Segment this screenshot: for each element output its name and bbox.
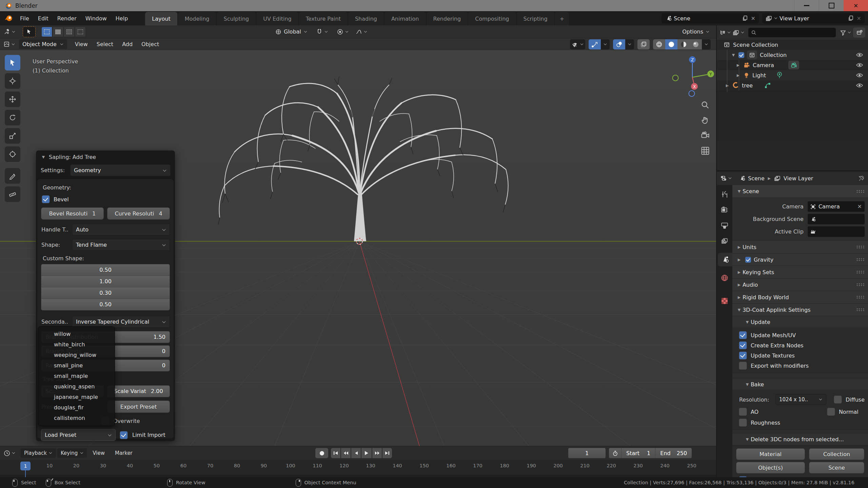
menu-item-callistemon[interactable]: callistemon: [38, 413, 115, 423]
tab-rendering[interactable]: Rendering: [427, 12, 468, 25]
ao-checkbox[interactable]: [739, 408, 747, 415]
menu-help[interactable]: Help: [111, 15, 132, 22]
expand-triangle-icon[interactable]: ▶: [725, 83, 730, 88]
select-mode-invert-button[interactable]: [75, 27, 85, 37]
object-visibility-dropdown[interactable]: [570, 39, 585, 49]
shading-solid-button[interactable]: [665, 39, 677, 49]
delete-objects-button[interactable]: Object(s): [736, 462, 805, 473]
menu-item-willow[interactable]: willow: [38, 329, 115, 339]
tab-sculpting[interactable]: Sculpting: [217, 12, 256, 25]
tab-view-layer-icon[interactable]: [721, 237, 729, 245]
drag-dots-icon[interactable]: [856, 190, 865, 193]
jump-to-end-button[interactable]: [382, 448, 392, 458]
playhead[interactable]: 1: [20, 462, 31, 470]
select-mode-subtract-button[interactable]: [64, 27, 74, 37]
limit-import-checkbox[interactable]: [120, 431, 127, 439]
audio-section-header[interactable]: ▶ Audio: [732, 279, 868, 291]
drag-dots-icon[interactable]: [856, 283, 865, 286]
remove-view-layer-icon[interactable]: ✕: [857, 15, 861, 22]
duplicate-scene-icon[interactable]: [742, 15, 748, 21]
proportional-editing-icon[interactable]: [337, 28, 343, 35]
new-collection-button[interactable]: [853, 27, 865, 38]
shading-dropdown[interactable]: [702, 39, 711, 49]
chevron-down-icon[interactable]: [324, 30, 328, 34]
menu-render[interactable]: Render: [53, 15, 81, 22]
end-frame-field[interactable]: End250: [655, 448, 692, 458]
viewport-menu-view[interactable]: View: [71, 41, 92, 47]
overlays-dropdown[interactable]: [625, 39, 634, 49]
tool-rotate[interactable]: [5, 110, 20, 125]
prev-keyframe-button[interactable]: [341, 448, 351, 458]
menu-item-small-pine[interactable]: small_pine: [38, 360, 115, 371]
units-section-header[interactable]: ▶ Units: [732, 241, 868, 253]
tool-move[interactable]: [5, 92, 20, 107]
next-keyframe-button[interactable]: [372, 448, 382, 458]
jump-to-start-button[interactable]: [331, 448, 340, 458]
delete-3dc-subsection-header[interactable]: ▼ Delete 3DC nodes from selected...: [732, 433, 868, 445]
custom-shape-field-0[interactable]: 0.50: [41, 264, 170, 276]
rigid-body-section-header[interactable]: ▶ Rigid Body World: [732, 291, 868, 304]
xray-toggle[interactable]: [637, 39, 650, 49]
bake-subsection-header[interactable]: ▼ Bake: [732, 378, 868, 390]
tab-scene-active[interactable]: [718, 253, 733, 266]
menu-edit[interactable]: Edit: [34, 15, 53, 22]
outliner-search-input[interactable]: [748, 28, 836, 37]
tab-output-icon[interactable]: [721, 222, 729, 230]
chevron-down-icon[interactable]: [345, 30, 349, 34]
outliner-row-tree[interactable]: ▶ tree: [717, 80, 868, 90]
timeline-marker-menu[interactable]: Marker: [111, 450, 137, 456]
breadcrumb-view-layer[interactable]: View Layer: [784, 175, 813, 182]
view-layer-selector[interactable]: View Layer ✕: [762, 13, 865, 23]
active-clip-field[interactable]: [808, 226, 865, 237]
tab-compositing[interactable]: Compositing: [468, 12, 516, 25]
snap-magnet-icon[interactable]: [316, 28, 323, 35]
delete-collection-button[interactable]: Collection: [809, 449, 864, 460]
scene-selector[interactable]: Scene ✕: [662, 13, 759, 23]
diffuse-checkbox[interactable]: [834, 396, 842, 403]
current-frame-field[interactable]: 1: [568, 448, 606, 458]
eye-visible-icon[interactable]: [856, 62, 863, 68]
resolution-dropdown[interactable]: 1024 x 10..: [776, 394, 826, 405]
drag-dots-icon[interactable]: [856, 245, 865, 249]
transform-orientation-dropdown[interactable]: Global: [275, 28, 307, 35]
camera-field[interactable]: Camera ✕: [808, 201, 865, 212]
roughness-checkbox[interactable]: [739, 419, 747, 426]
curve-resolution-field[interactable]: Curve Resoluti 4: [107, 208, 170, 219]
update-textures-checkbox[interactable]: [739, 352, 747, 359]
tab-texture-paint[interactable]: Texture Paint: [299, 12, 348, 25]
maximize-button[interactable]: [819, 0, 844, 11]
menu-file[interactable]: File: [16, 15, 34, 22]
properties-editor-selector[interactable]: [720, 175, 732, 182]
use-preview-range-button[interactable]: [609, 448, 622, 458]
tab-uv-editing[interactable]: UV Editing: [256, 12, 298, 25]
delete-scene-button[interactable]: Scene: [809, 462, 864, 473]
tab-animation[interactable]: Animation: [384, 12, 426, 25]
playback-menu[interactable]: Playback: [21, 448, 56, 458]
tool-annotate[interactable]: [5, 168, 20, 184]
shading-wireframe-button[interactable]: [653, 39, 665, 49]
tool-measure[interactable]: [5, 186, 20, 202]
viewport-menu-select[interactable]: Select: [92, 41, 118, 47]
gizmos-dropdown[interactable]: [601, 39, 610, 49]
editor-type-selector[interactable]: [3, 41, 15, 47]
outliner-editor-selector[interactable]: [719, 29, 731, 36]
clear-camera-icon[interactable]: ✕: [857, 203, 862, 210]
tool-select-box[interactable]: [5, 55, 20, 70]
viewport-menu-add[interactable]: Add: [118, 41, 137, 47]
drag-dots-icon[interactable]: [856, 308, 865, 311]
outliner-row-scene-collection[interactable]: Scene Collection: [717, 40, 868, 50]
select-mode-extend-button[interactable]: [53, 27, 63, 37]
gravity-checkbox[interactable]: [745, 257, 751, 263]
export-preset-button[interactable]: Export Preset: [107, 401, 170, 412]
minimize-button[interactable]: [794, 0, 819, 11]
start-frame-field[interactable]: Start1: [622, 448, 655, 458]
active-tool-selector[interactable]: [3, 28, 15, 35]
duplicate-view-layer-icon[interactable]: [848, 15, 854, 21]
shading-rendered-button[interactable]: [690, 39, 702, 49]
tab-layout[interactable]: Layout: [145, 12, 177, 25]
handle-type-dropdown[interactable]: Auto: [73, 224, 170, 235]
menu-item-japanese-maple[interactable]: japanese_maple: [38, 392, 115, 402]
menu-item-douglas-fir[interactable]: douglas_fir: [38, 402, 115, 413]
custom-shape-field-3[interactable]: 0.50: [41, 299, 170, 310]
keying-menu[interactable]: Keying: [57, 448, 87, 458]
